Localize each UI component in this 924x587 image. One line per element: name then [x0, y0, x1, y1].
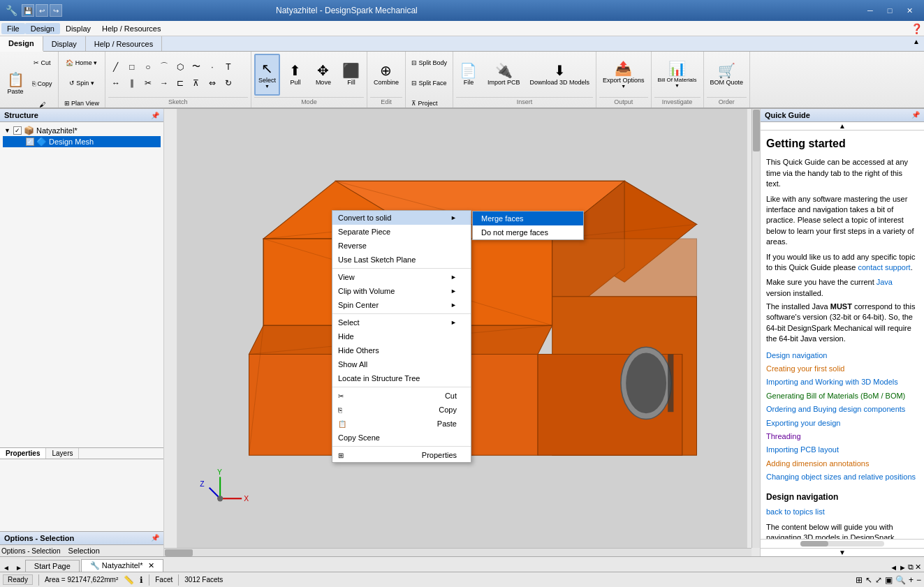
btn-bom-quote[interactable]: 🛒 BOM Quote: [707, 54, 747, 96]
options-pin[interactable]: 📌: [151, 534, 159, 542]
tool-text[interactable]: T: [221, 59, 236, 75]
tree-child-mesh[interactable]: ✓ 🔷 Design Mesh: [3, 136, 161, 147]
btn-spin[interactable]: ↺ Spin ▾: [61, 73, 102, 93]
qg-link-pcb[interactable]: Importing PCB layout: [766, 445, 839, 454]
btn-move[interactable]: ✥ Move: [311, 54, 336, 96]
status-select-icon[interactable]: ▣: [885, 575, 893, 585]
status-zoom-icon[interactable]: 🔍: [895, 575, 906, 585]
maximize-button[interactable]: □: [881, 4, 899, 17]
btn-copy-ribbon[interactable]: ⎘ Copy: [29, 74, 55, 94]
menu-design[interactable]: Design: [25, 23, 60, 34]
status-cursor-icon[interactable]: ↖: [865, 575, 872, 585]
qg-link-bom[interactable]: Generating Bill of Materials (BoM / BOM): [766, 392, 905, 400]
ctx-paste[interactable]: 📋 Paste: [332, 417, 471, 431]
tree-root[interactable]: ▼ ✓ 📦 Natyazhitel*: [3, 125, 161, 136]
tool-point[interactable]: ·: [205, 59, 220, 75]
ctx-properties[interactable]: ⊞ Properties: [332, 448, 471, 462]
quick-access-undo[interactable]: ↩: [36, 4, 48, 17]
status-zoom-out[interactable]: −: [916, 575, 921, 585]
qg-link-import-3d[interactable]: Importing and Working with 3D Models: [766, 378, 898, 386]
tab-properties[interactable]: Properties: [0, 448, 46, 459]
ctx-cut[interactable]: ✂ Cut: [332, 389, 471, 403]
btn-file[interactable]: 📄 File: [456, 54, 481, 96]
panel-pin[interactable]: 📌: [151, 112, 159, 119]
qg-link-ordering[interactable]: Ordering and Buying design components: [766, 405, 905, 413]
tab-nav-right[interactable]: ►: [13, 564, 25, 572]
tree-check-root[interactable]: ✓: [13, 126, 22, 135]
btn-select[interactable]: ↖ Select ▼: [254, 54, 280, 96]
status-zoom-in[interactable]: +: [909, 575, 914, 585]
submenu-no-merge[interactable]: Do not merge faces: [473, 225, 583, 239]
ctx-copy-scene[interactable]: Copy Scene: [332, 431, 471, 445]
qg-scroll-thumb[interactable]: [800, 541, 828, 547]
qg-java-link[interactable]: Java: [877, 278, 893, 286]
canvas-area[interactable]: X Y Z Convert to solid ► Merge faces Do …: [164, 109, 760, 556]
ctx-reverse[interactable]: Reverse: [332, 239, 471, 253]
tab-ctrl-right[interactable]: ►: [899, 563, 907, 572]
ctx-spin-center[interactable]: Spin Center ►: [332, 298, 471, 312]
qg-link-threading[interactable]: Threading: [766, 432, 801, 440]
ribbon-collapse[interactable]: ▲: [909, 36, 924, 51]
qg-scroll-track[interactable]: [800, 541, 884, 547]
status-info-icon[interactable]: ℹ: [140, 575, 143, 585]
tab-float[interactable]: ⧉: [908, 563, 914, 572]
tab-close-all[interactable]: ✕: [915, 563, 921, 572]
tool-poly[interactable]: ⬡: [173, 59, 188, 75]
tool-circle[interactable]: ○: [140, 59, 156, 75]
tool-rotate-sk[interactable]: ↻: [221, 75, 236, 91]
tab-layers[interactable]: Layers: [46, 448, 79, 459]
tool-extend[interactable]: →: [156, 75, 172, 91]
btn-pull[interactable]: ⬆ Pull: [283, 54, 308, 96]
tool-trim[interactable]: ✂: [140, 75, 156, 91]
tab-nav-left[interactable]: ◄: [0, 564, 13, 572]
tab-ctrl-left[interactable]: ◄: [890, 563, 897, 572]
qg-back-to-topics[interactable]: back to topics list: [766, 507, 825, 516]
v-scrollbar[interactable]: [751, 109, 760, 548]
menu-file[interactable]: File: [1, 23, 25, 34]
qg-scrollbar[interactable]: [761, 539, 924, 548]
tool-offset[interactable]: ⊏: [173, 75, 188, 91]
ctx-convert-solid[interactable]: Convert to solid ► Merge faces Do not me…: [332, 211, 471, 225]
btn-cut[interactable]: ✂ Cut: [29, 53, 55, 73]
btn-export-options[interactable]: 📤 Export Options ▼: [599, 54, 648, 96]
status-expand-icon[interactable]: ⤢: [875, 575, 882, 585]
tool-arc[interactable]: ⌒: [156, 59, 172, 75]
ctx-view[interactable]: View ►: [332, 270, 471, 284]
ctx-use-last-sketch[interactable]: Use Last Sketch Plane: [332, 253, 471, 267]
tool-spline[interactable]: 〜: [189, 59, 204, 75]
tab-display[interactable]: Display: [43, 36, 86, 51]
ctx-select[interactable]: Select ►: [332, 315, 471, 329]
ctx-show-all[interactable]: Show All: [332, 357, 471, 371]
qg-link-export[interactable]: Exporting your design: [766, 419, 840, 427]
help-icon[interactable]: ❓: [911, 23, 923, 34]
close-button[interactable]: ✕: [900, 4, 918, 17]
qg-pin[interactable]: 📌: [911, 111, 920, 119]
tool-mirror[interactable]: ⇔: [205, 75, 220, 91]
tool-line[interactable]: ╱: [108, 59, 124, 75]
submenu-merge-faces[interactable]: Merge faces: [473, 211, 583, 225]
tool-dim[interactable]: ↔: [108, 75, 124, 91]
btn-split-body[interactable]: ⊟ Split Body: [409, 53, 450, 73]
status-nav-icon[interactable]: ⊞: [856, 575, 863, 585]
qg-scroll-up[interactable]: ▲: [761, 122, 924, 131]
qg-link-sizes[interactable]: Changing object sizes and relative posit…: [766, 473, 916, 481]
qg-scroll-down[interactable]: ▼: [761, 548, 924, 556]
tab-close[interactable]: ✕: [148, 561, 154, 570]
menu-help[interactable]: Help / Resources: [96, 23, 166, 34]
btn-download-3d[interactable]: ⬇ Download 3D Models: [526, 54, 593, 96]
ctx-clip-volume[interactable]: Clip with Volume ►: [332, 284, 471, 298]
quick-access-redo[interactable]: ↪: [50, 4, 62, 17]
tool-const[interactable]: ∥: [124, 75, 140, 91]
btn-import-pcb[interactable]: 🔌 Import PCB: [484, 54, 524, 96]
tab-help[interactable]: Help / Resources: [86, 36, 162, 51]
status-measure-icon[interactable]: 📏: [124, 575, 134, 585]
qg-link-first-solid[interactable]: Creating your first solid: [766, 364, 845, 373]
ctx-separate-piece[interactable]: Separate Piece: [332, 225, 471, 239]
btn-fill[interactable]: ⬛ Fill: [339, 54, 364, 96]
btn-paste[interactable]: 📋 Paste: [3, 63, 28, 105]
btn-split-face[interactable]: ⊟ Split Face: [409, 73, 450, 93]
v-scroll-thumb[interactable]: [753, 110, 760, 151]
tree-check-mesh[interactable]: ✓: [26, 138, 34, 146]
tab-design[interactable]: Design: [0, 36, 43, 52]
ctx-hide-others[interactable]: Hide Others: [332, 343, 471, 357]
